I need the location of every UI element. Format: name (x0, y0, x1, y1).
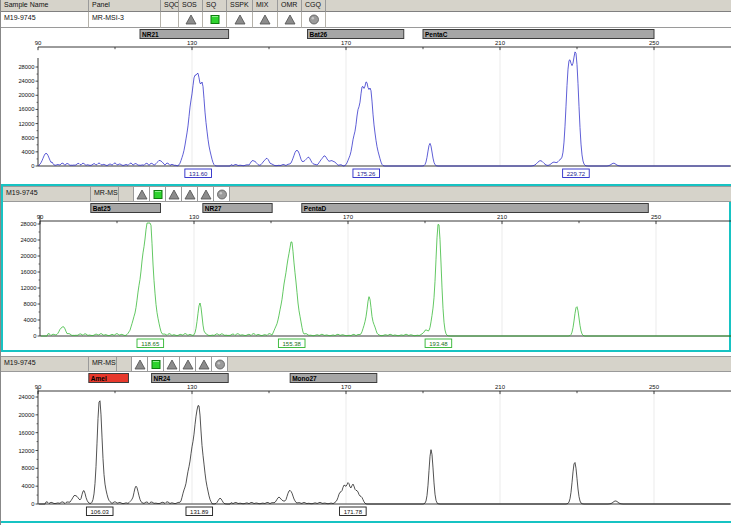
trace-line (41, 223, 731, 336)
y-axis-tick-label: 28000 (18, 64, 34, 70)
y-axis-tick-label: 8000 (22, 135, 35, 141)
y-axis-tick-label: 16000 (20, 269, 36, 275)
ruler-tick-label: 210 (495, 384, 506, 390)
quality-flag-cell-sos (179, 12, 203, 28)
column-header-mix[interactable]: MIX (253, 0, 278, 12)
column-header-omr[interactable]: OMR (278, 0, 302, 12)
triangle-flag-icon (134, 358, 146, 371)
electropherogram-svg[interactable]: Bat25NR27PentaD9013017021025004000800012… (3, 202, 731, 350)
y-axis-tick-label: 8000 (24, 301, 37, 307)
sphere-flag-icon (214, 358, 226, 371)
peak-size-label: 106.03 (91, 509, 110, 515)
panel-name-cell: MR-MSI-3 (89, 357, 117, 371)
triangle-flag-icon (200, 188, 212, 201)
marker-bar-pentac[interactable] (423, 30, 654, 39)
column-header-sos[interactable]: SOS (179, 0, 203, 12)
column-header-panel[interactable]: Panel (89, 0, 161, 12)
samples-table-data-row[interactable]: M19-9745MR-MSI-3 (1, 12, 731, 28)
ruler-tick-label: 130 (189, 214, 200, 220)
electropherogram-panel-blue: NR21Bat26PentaC9013017021025004000800012… (1, 28, 731, 180)
y-axis-tick-label: 4000 (24, 317, 37, 323)
plot-area-green[interactable]: Bat25NR27PentaD9013017021025004000800012… (3, 202, 729, 350)
y-axis-tick-label: 0 (33, 333, 36, 339)
quality-flag-cell-sq (203, 12, 227, 28)
electropherogram-panel-green-selected: M19-9745MR-MSI-3 Bat25NR27PentaD90130170… (1, 184, 731, 352)
quality-flag-cell-sqo (161, 12, 179, 28)
quality-flag-cell-mix (253, 12, 278, 28)
quality-flag-cell (198, 187, 214, 201)
y-axis-tick-label: 24000 (18, 394, 34, 400)
triangle-flag-icon (168, 188, 180, 201)
peak-size-label: 229.72 (567, 171, 586, 177)
quality-flag-cell (166, 187, 182, 201)
samples-table-header-row: Sample NamePanelSQOSOSSQSSPKMIXOMRCGQ (1, 0, 731, 12)
peak-size-label: 175.26 (357, 171, 376, 177)
marker-label: Amel (91, 375, 107, 382)
peak-size-label: 118.65 (141, 341, 160, 347)
y-axis-tick-label: 12000 (20, 285, 36, 291)
triangle-flag-icon (284, 13, 296, 26)
peak-size-label: 171.78 (344, 509, 363, 515)
trace-line (39, 52, 730, 166)
triangle-flag-icon (234, 13, 246, 26)
quality-flag-cell (150, 187, 166, 201)
marker-bar-pentad[interactable] (302, 204, 649, 213)
quality-flag-cell (214, 187, 230, 201)
sphere-flag-icon (216, 188, 228, 201)
electropherogram-svg[interactable]: NR21Bat26PentaC9013017021025004000800012… (1, 28, 731, 180)
quality-flag-cell-sspk (227, 12, 253, 28)
triangle-flag-icon (136, 188, 148, 201)
samples-table: Sample NamePanelSQOSOSSQSSPKMIXOMRCGQ M1… (1, 0, 731, 28)
triangle-flag-icon (185, 13, 197, 26)
spacer-cell (117, 357, 132, 371)
quality-flag-cell (132, 357, 148, 371)
y-axis-tick-label: 4000 (22, 149, 35, 155)
quality-flag-cell (148, 357, 164, 371)
y-axis-tick-label: 28000 (20, 221, 36, 227)
panel-name-cell: MR-MSI-3 (91, 187, 119, 201)
ruler-tick-label: 90 (35, 40, 42, 46)
y-axis-tick-label: 4000 (22, 483, 35, 489)
column-header-cgq[interactable]: CGQ (302, 0, 326, 12)
column-header-sspk[interactable]: SSPK (227, 0, 253, 12)
peak-size-label: 155.38 (283, 341, 302, 347)
quality-flag-cell-omr (278, 12, 302, 28)
quality-flag-cell (134, 187, 150, 201)
ruler-tick-label: 130 (187, 40, 198, 46)
marker-label: NR21 (142, 31, 159, 38)
spacer-cell (119, 187, 134, 201)
ruler-tick-label: 170 (341, 384, 352, 390)
sample-name-cell: M19-9745 (3, 187, 91, 201)
sample-name-cell[interactable]: M19-9745 (1, 12, 89, 28)
panel-green-header-row[interactable]: M19-9745MR-MSI-3 (3, 186, 731, 202)
y-axis-tick-label: 20000 (20, 253, 36, 259)
plot-area-blue[interactable]: NR21Bat26PentaC9013017021025004000800012… (1, 28, 731, 180)
ruler-tick-label: 170 (343, 214, 354, 220)
triangle-flag-icon (184, 188, 196, 201)
electropherogram-svg[interactable]: AmelNR24Mono2790130170210250040008000120… (1, 372, 731, 518)
green-square-flag-icon (152, 188, 164, 201)
column-header-sq[interactable]: SQ (203, 0, 227, 12)
panel-name-cell[interactable]: MR-MSI-3 (89, 12, 161, 28)
ruler-tick-label: 250 (649, 384, 660, 390)
column-header-sample-name[interactable]: Sample Name (1, 0, 89, 12)
green-square-flag-icon (150, 358, 162, 371)
genotyping-app-window: Sample NamePanelSQOSOSSQSSPKMIXOMRCGQ M1… (0, 0, 731, 525)
y-axis-tick-label: 12000 (18, 121, 34, 127)
column-header-sqo[interactable]: SQO (161, 0, 179, 12)
marker-label: Bat25 (93, 205, 111, 212)
triangle-flag-icon (182, 358, 194, 371)
sample-name-cell: M19-9745 (1, 357, 89, 371)
plot-area-black[interactable]: AmelNR24Mono2790130170210250040008000120… (1, 372, 731, 518)
peak-size-label: 131.89 (190, 509, 209, 515)
ruler-tick-label: 210 (495, 40, 506, 46)
marker-label: NR24 (154, 375, 171, 382)
ruler-tick-label: 170 (341, 40, 352, 46)
triangle-flag-icon (166, 358, 178, 371)
quality-flag-cell (196, 357, 212, 371)
quality-flag-cell (164, 357, 180, 371)
panel-black-header-row[interactable]: M19-9745MR-MSI-3 (1, 356, 731, 372)
y-axis-tick-label: 16000 (18, 106, 34, 112)
quality-flag-cell (180, 357, 196, 371)
marker-label: Mono27 (292, 375, 317, 382)
